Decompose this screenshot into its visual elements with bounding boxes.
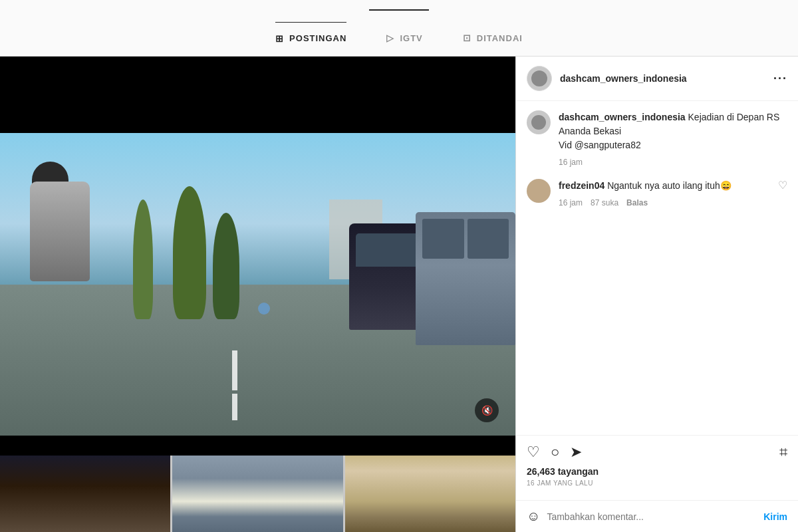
thumbnail-1[interactable] [0, 456, 172, 532]
post-time: 16 JAM YANG LALU [527, 479, 787, 487]
more-options-button[interactable]: ··· [773, 72, 787, 86]
caption-avatar [527, 110, 551, 134]
thumbnail-3[interactable] [345, 456, 515, 532]
road-marking-2 [232, 394, 237, 420]
tab-ditandai[interactable]: ⊡ DITANDAI [463, 22, 523, 54]
blue-dot-overlay [258, 303, 270, 315]
mute-button[interactable]: 🔇 [475, 398, 499, 422]
instagram-post-panel: dashcam_owners_indonesia ··· dashcam_own… [515, 57, 798, 532]
comment-reply-button[interactable]: Balas [626, 197, 648, 209]
video-black-top [0, 57, 515, 133]
comment-button[interactable]: ○ [551, 444, 559, 461]
tabs-nav: ⊞ POSTINGAN ▷ IGTV ⊡ DITANDAI [0, 20, 798, 57]
tab-igtv-label: IGTV [400, 33, 422, 43]
views-count: 26,463 tayangan [527, 466, 787, 477]
send-button[interactable]: Kirim [763, 511, 787, 522]
tab-igtv[interactable]: ▷ IGTV [386, 22, 422, 54]
thumbnail-strip [0, 456, 515, 532]
post-username[interactable]: dashcam_owners_indonesia [560, 73, 773, 84]
tree-2 [173, 186, 206, 319]
van-window-1 [422, 219, 464, 259]
profile-strip [0, 0, 798, 20]
tab-ditandai-label: DITANDAI [477, 33, 523, 43]
igtv-icon: ▷ [386, 33, 394, 43]
tab-postingan-label: POSTINGAN [289, 33, 346, 43]
bookmark-button[interactable]: ⌗ [779, 444, 787, 461]
mute-icon: 🔇 [481, 405, 493, 416]
comment-meta: 16 jam 87 suka Balas [559, 197, 770, 209]
caption-time: 16 jam [559, 156, 787, 168]
action-bar: ♡ ○ ➤ ⌗ 26,463 tayangan 16 JAM YANG LALU [516, 435, 798, 500]
rider-body [30, 182, 90, 281]
tree-3 [213, 213, 239, 319]
video-frame[interactable]: 🔇 [0, 133, 515, 436]
comment-likes: 87 suka [591, 197, 618, 209]
post-avatar [527, 66, 552, 91]
post-video-area: 🔇 [0, 57, 515, 532]
comment-body: fredzein04 Ngantuk nya auto ilang ituh😄 … [559, 179, 770, 209]
tab-postingan[interactable]: ⊞ POSTINGAN [275, 22, 346, 55]
share-button[interactable]: ➤ [570, 444, 582, 461]
commenter-username[interactable]: fredzein04 [559, 180, 604, 191]
profile-underline [369, 9, 429, 11]
action-icons: ♡ ○ ➤ ⌗ [527, 444, 787, 461]
comment-row: fredzein04 Ngantuk nya auto ilang ituh😄 … [527, 179, 787, 209]
road-marking-1 [232, 350, 237, 390]
ditandai-icon: ⊡ [463, 33, 471, 43]
caption-content: dashcam_owners_indonesia Kejadian di Dep… [559, 110, 787, 168]
emoji-button[interactable]: ☺ [527, 509, 540, 524]
suv-window [356, 233, 422, 267]
comment-avatar [527, 179, 551, 203]
like-button[interactable]: ♡ [527, 444, 540, 461]
avatar-inner [531, 70, 547, 86]
caption-vid-credit: Vid @sangputera82 [559, 140, 641, 150]
caption-username[interactable]: dashcam_owners_indonesia [559, 112, 686, 122]
comment-like-button[interactable]: ♡ [778, 179, 787, 192]
comment-text: Ngantuk nya auto ilang ituh😄 [607, 180, 732, 191]
postingan-icon: ⊞ [275, 33, 284, 44]
caption-avatar-inner [531, 115, 546, 130]
van-windows [422, 219, 509, 259]
caption-row: dashcam_owners_indonesia Kejadian di Dep… [527, 110, 787, 168]
thumbnail-2[interactable] [172, 456, 344, 532]
van-window-2 [467, 219, 509, 259]
comment-input-area[interactable]: ☺ Kirim [516, 500, 798, 532]
main-content: 🔇 dashcam_owners_indonesia ··· [0, 57, 798, 532]
post-header: dashcam_owners_indonesia ··· [516, 57, 798, 101]
motorcyclist-left [20, 182, 100, 315]
post-caption-area: dashcam_owners_indonesia Kejadian di Dep… [516, 101, 798, 435]
tree-1 [133, 200, 153, 319]
comment-input[interactable] [547, 511, 757, 522]
comment-time: 16 jam [559, 197, 583, 209]
suzuki-van [416, 212, 515, 345]
